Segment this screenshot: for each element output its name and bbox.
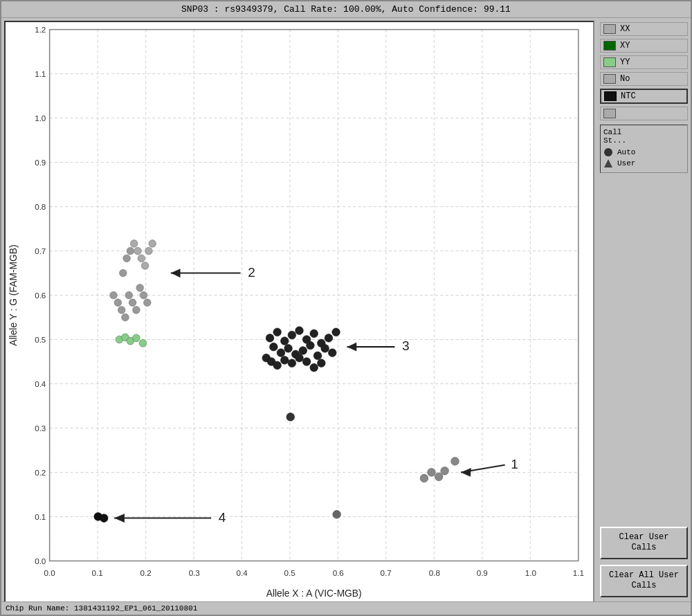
- x-tick-01: 0.1: [92, 568, 103, 577]
- y-tick-08: 0.8: [35, 202, 46, 211]
- svg-point-36: [136, 284, 144, 292]
- svg-point-83: [435, 473, 443, 481]
- svg-point-74: [273, 361, 282, 370]
- legend-label-yy: YY: [620, 57, 630, 67]
- legend-item-no[interactable]: No: [600, 72, 688, 86]
- svg-point-42: [130, 240, 138, 248]
- svg-point-57: [295, 327, 304, 335]
- auto-icon: [603, 147, 613, 157]
- legend-item-yy[interactable]: YY: [600, 55, 688, 69]
- y-tick-12: 1.2: [35, 25, 46, 34]
- svg-point-45: [141, 262, 149, 270]
- annotation-3: 3: [402, 338, 410, 353]
- svg-point-29: [110, 291, 118, 299]
- svg-point-85: [420, 474, 428, 482]
- svg-point-37: [140, 291, 147, 299]
- chart-title: SNP03 : rs9349379, Call Rate: 100.00%, A…: [1, 1, 691, 18]
- x-tick-06: 0.6: [333, 568, 344, 577]
- y-tick-03: 0.3: [35, 424, 46, 433]
- svg-point-69: [313, 352, 322, 360]
- svg-marker-99: [604, 159, 612, 167]
- y-tick-10: 1.0: [35, 114, 46, 123]
- svg-point-78: [302, 358, 311, 366]
- clear-all-user-calls-button[interactable]: Clear All User Calls: [600, 565, 688, 597]
- svg-point-77: [295, 354, 304, 362]
- user-icon: [603, 158, 613, 168]
- call-style-auto: Auto: [603, 147, 684, 157]
- y-tick-05: 0.5: [35, 335, 46, 344]
- y-tick-04: 0.4: [35, 379, 46, 388]
- svg-point-39: [119, 269, 127, 277]
- call-style-box: CallSt... Auto User: [600, 125, 688, 173]
- call-style-title: CallSt...: [603, 128, 684, 145]
- svg-point-46: [145, 247, 153, 255]
- svg-point-79: [310, 363, 318, 372]
- x-tick-07: 0.7: [381, 568, 392, 577]
- content-area: 2 3 1 4 0.0 0.1 0.2: [1, 18, 691, 601]
- legend-item-xy[interactable]: XY: [600, 39, 688, 53]
- y-tick-01: 0.1: [35, 512, 46, 521]
- svg-point-76: [288, 359, 296, 368]
- svg-point-71: [328, 349, 336, 357]
- legend-swatch-blank: [603, 109, 616, 118]
- x-axis-label: Allele X : A (VIC-MGB): [266, 588, 362, 599]
- x-tick-0: 0.0: [44, 568, 56, 577]
- chart-area: 2 3 1 4 0.0 0.1 0.2: [1, 18, 597, 601]
- legend-label-no: No: [620, 74, 630, 84]
- svg-point-81: [286, 413, 295, 422]
- legend-item-ntc[interactable]: NTC: [600, 89, 688, 104]
- annotation-2: 2: [248, 265, 255, 280]
- annotation-4: 4: [219, 510, 226, 525]
- x-tick-03: 0.3: [189, 568, 200, 577]
- x-tick-11: 1.1: [573, 568, 584, 577]
- svg-point-87: [333, 510, 341, 518]
- svg-point-98: [604, 148, 612, 156]
- svg-point-61: [325, 334, 333, 343]
- user-label: User: [617, 159, 635, 167]
- svg-point-89: [100, 514, 108, 523]
- legend-swatch-xx: [603, 24, 616, 34]
- svg-point-56: [288, 331, 296, 339]
- auto-label: Auto: [617, 148, 635, 156]
- svg-point-41: [127, 247, 134, 255]
- svg-point-44: [138, 255, 145, 262]
- svg-point-68: [307, 341, 315, 350]
- svg-point-75: [280, 356, 289, 364]
- svg-point-30: [114, 299, 122, 307]
- y-tick-09: 0.9: [35, 158, 46, 167]
- legend-swatch-yy: [603, 57, 616, 67]
- svg-point-52: [139, 340, 147, 347]
- call-style-user: User: [603, 158, 684, 168]
- svg-point-31: [118, 307, 125, 314]
- annotation-1: 1: [511, 457, 518, 471]
- y-tick-02: 0.2: [35, 468, 46, 477]
- legend-item-blank[interactable]: [600, 107, 688, 120]
- x-tick-09: 0.9: [477, 568, 488, 577]
- x-tick-05: 0.5: [284, 568, 296, 577]
- clear-user-calls-button[interactable]: Clear User Calls: [600, 527, 688, 559]
- legend-item-xx[interactable]: XX: [600, 22, 688, 36]
- x-tick-02: 0.2: [140, 568, 152, 577]
- svg-point-62: [332, 328, 340, 336]
- svg-point-67: [299, 347, 307, 355]
- svg-point-51: [133, 334, 140, 342]
- svg-point-33: [125, 291, 133, 299]
- svg-point-82: [428, 469, 436, 477]
- svg-point-65: [284, 344, 293, 352]
- svg-point-43: [134, 247, 142, 255]
- svg-point-54: [273, 328, 282, 336]
- y-axis-label: Allele Y : G (FAM-MGB): [8, 244, 19, 345]
- y-tick-06: 0.6: [35, 291, 46, 300]
- svg-rect-0: [6, 22, 593, 601]
- svg-point-84: [441, 466, 449, 475]
- x-tick-10: 1.0: [525, 568, 537, 577]
- legend-swatch-xy: [603, 41, 616, 51]
- svg-point-70: [321, 344, 329, 352]
- svg-point-53: [266, 334, 274, 343]
- right-panel: XX XY YY No NTC: [597, 18, 691, 601]
- legend-label-xx: XX: [620, 24, 630, 34]
- y-tick-11: 1.1: [35, 69, 46, 78]
- chip-run-name: Chip Run Name: 1381431192_EP1_061_201108…: [6, 604, 197, 613]
- svg-point-55: [280, 337, 289, 345]
- svg-point-86: [451, 458, 459, 466]
